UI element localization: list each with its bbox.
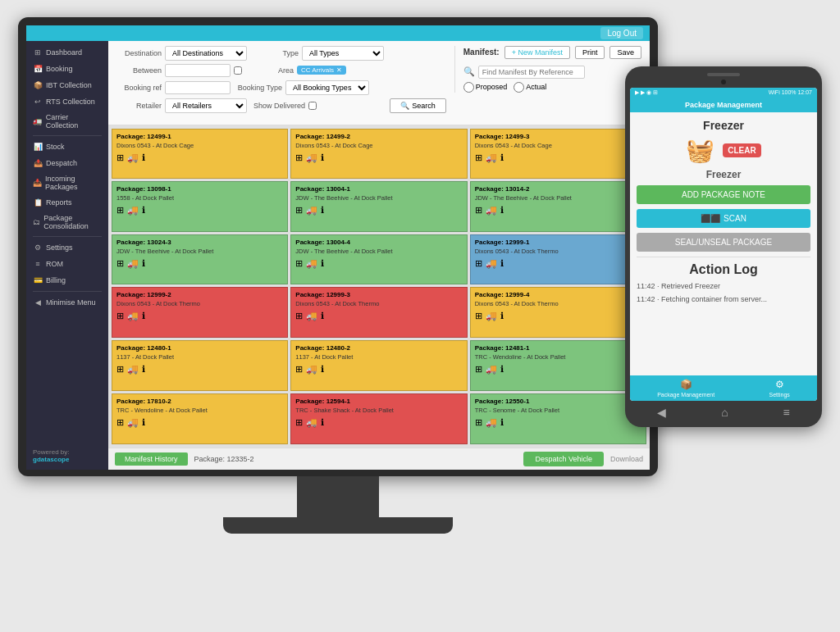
package-card-3[interactable]: Package: 12499-3 Dixons 0543 - At Dock C… [470, 129, 646, 180]
scan-button[interactable]: ⬛⬛ SCAN [637, 209, 810, 228]
clear-button[interactable]: CLEAR [723, 143, 760, 157]
package-card-10[interactable]: Package: 12999-2 Dixons 0543 - At Dock T… [112, 287, 288, 338]
sidebar-item-settings[interactable]: ⚙ Settings [26, 239, 108, 256]
back-button[interactable]: ◀ [657, 406, 666, 419]
download-button[interactable]: Download [610, 455, 643, 463]
package-icons: ⊞ 🚚 ℹ [475, 311, 641, 321]
ibt-icon: 📦 [33, 80, 43, 90]
seal-unseal-button[interactable]: SEAL/UNSEAL PACKAGE [637, 233, 810, 252]
area-tag-close[interactable]: ✕ [336, 66, 342, 74]
retailer-select[interactable]: All Retailers [165, 98, 247, 113]
filter-booking-type: Booking Type All Booking Types [237, 80, 369, 95]
phone-bottom-buttons: ◀ ⌂ ≡ [630, 401, 817, 421]
phone-nav-package-management[interactable]: 📦 Package Management [657, 379, 714, 398]
package-card-7[interactable]: Package: 13024-3 JDW - The Beehive - At … [112, 234, 288, 285]
package-card-16[interactable]: Package: 17810-2 TRC - Wendoline - At Do… [112, 393, 288, 444]
package-card-4[interactable]: Package: 13098-1 1558 - At Dock Pallet ⊞… [112, 181, 288, 232]
booking-type-select[interactable]: All Booking Types [285, 80, 369, 95]
package-card-1[interactable]: Package: 12499-1 Dixons 0543 - At Dock C… [112, 129, 288, 180]
info-icon: ℹ [142, 364, 145, 375]
between-from-input[interactable] [165, 64, 231, 77]
between-checkbox[interactable] [234, 66, 242, 75]
phone-screen: ▶ ▶ ◉ ⊞ WiFi 100% 12:07 Package Manageme… [630, 88, 817, 401]
filter-retailer: Retailer All Retailers [116, 98, 247, 113]
sidebar-item-rts-collection[interactable]: ↩ RTS Collection [26, 93, 108, 110]
topbar: Log Out [26, 25, 650, 41]
phone-camera [721, 80, 726, 84]
proposed-radio[interactable]: Proposed [463, 82, 508, 93]
package-name: Package: 12999-3 [295, 291, 462, 298]
package-name: Package: 12999-1 [475, 239, 641, 246]
destination-select[interactable]: All Destinations [165, 46, 247, 61]
sidebar-item-carrier-collection[interactable]: 🚛 Carrier Collection [26, 110, 108, 133]
package-card-12[interactable]: Package: 12999-4 Dixons 0543 - At Dock T… [470, 287, 646, 338]
actual-radio[interactable]: Actual [514, 82, 546, 93]
menu-button[interactable]: ≡ [783, 406, 789, 419]
despatch-vehicle-button[interactable]: Despatch Vehicle [523, 452, 604, 466]
proposed-radio-input[interactable] [463, 82, 474, 93]
show-delivered-checkbox[interactable] [308, 102, 317, 110]
package-card-6[interactable]: Package: 13014-2 JDW - The Beehive - At … [470, 181, 646, 232]
package-card-13[interactable]: Package: 12480-1 1137 - At Dock Pallet ⊞… [112, 340, 288, 391]
package-card-2[interactable]: Package: 12499-2 Dixons 0543 - At Dock C… [290, 129, 467, 180]
package-icons: ⊞ 🚚 ℹ [475, 258, 641, 269]
logout-button[interactable]: Log Out [600, 27, 643, 39]
truck-icon: 🚚 [127, 417, 139, 428]
sidebar-item-stock[interactable]: 📊 Stock [26, 139, 108, 155]
search-button[interactable]: 🔍 Search [390, 98, 446, 113]
sidebar-divider-3 [33, 291, 102, 292]
package-card-14[interactable]: Package: 12480-2 1137 - At Dock Pallet ⊞… [290, 340, 467, 391]
consolidation-icon: 🗂 [33, 217, 40, 227]
sidebar-item-billing[interactable]: 💳 Billing [26, 272, 108, 289]
home-button[interactable]: ⌂ [721, 406, 728, 419]
manifest-history-tab[interactable]: Manifest History [115, 452, 188, 466]
booking-ref-input[interactable] [165, 81, 231, 94]
phone-content: Freezer 🧺 CLEAR Freezer ADD PACKAGE NOTE… [630, 112, 817, 375]
grid-icon: ⊞ [475, 364, 482, 375]
content-area: Destination All Destinations Type [108, 41, 650, 470]
package-name: Package: 12999-2 [116, 291, 283, 298]
phone-nav-settings[interactable]: ⚙ Settings [769, 379, 790, 398]
filter-destination: Destination All Destinations [116, 46, 247, 61]
package-card-8[interactable]: Package: 13004-4 JDW - The Beehive - At … [290, 234, 467, 285]
filters-row-2: Between Area CC Arrivals [116, 64, 446, 77]
package-card-9[interactable]: Package: 12999-1 Dixons 0543 - At Dock T… [470, 234, 646, 285]
sidebar-item-dashboard[interactable]: ⊞ Dashboard [26, 44, 108, 61]
action-log-entry-1: 11:42 · Retrieved Freezer [637, 282, 810, 290]
package-card-18[interactable]: Package: 12550-1 TRC - Senome - At Dock … [470, 393, 646, 444]
package-card-15[interactable]: Package: 12481-1 TRC - Wendoline - At Do… [470, 340, 646, 391]
phone-nav-pkg-icon: 📦 [680, 379, 692, 390]
package-dest: TRC - Shake Shack - At Dock Pallet [295, 407, 462, 414]
phone-nav-settings-icon: ⚙ [775, 379, 784, 390]
package-name: Package: 12480-2 [295, 344, 462, 352]
actual-radio-input[interactable] [514, 82, 524, 93]
new-manifest-button[interactable]: + New Manifest [504, 46, 570, 59]
grid-icon: ⊞ [295, 364, 303, 375]
add-package-note-button[interactable]: ADD PACKAGE NOTE [637, 185, 810, 204]
manifest-search-input[interactable] [478, 66, 585, 79]
package-dest: Dixons 0543 - At Dock Thermo [475, 248, 641, 255]
sidebar-item-incoming[interactable]: 📥 Incoming Packages [26, 171, 108, 194]
sidebar-bottom: Powered by:gdatascope [26, 445, 108, 466]
basket-icon: 🧺 [686, 137, 714, 164]
manifest-radio-group: Proposed Actual [463, 82, 641, 93]
monitor-stand-base [223, 517, 453, 534]
package-name: Package: 13014-2 [475, 185, 641, 193]
packages-grid[interactable]: Package: 12499-1 Dixons 0543 - At Dock C… [108, 125, 650, 448]
package-card-11[interactable]: Package: 12999-3 Dixons 0543 - At Dock T… [290, 287, 467, 338]
package-card-17[interactable]: Package: 12594-1 TRC - Shake Shack - At … [290, 393, 467, 444]
sidebar-item-ibt-collection[interactable]: 📦 IBT Collection [26, 77, 108, 93]
package-icons: ⊞ 🚚 ℹ [116, 364, 283, 375]
truck-icon: 🚚 [306, 205, 317, 216]
package-card-5[interactable]: Package: 13004-1 JDW - The Beehive - At … [290, 181, 467, 232]
sidebar-item-minimise[interactable]: ◀ Minimise Menu [26, 294, 108, 311]
sidebar-item-despatch[interactable]: 📤 Despatch [26, 155, 108, 171]
print-button[interactable]: Print [575, 46, 605, 59]
sidebar-item-booking[interactable]: 📅 Booking [26, 61, 108, 77]
sidebar-item-reports[interactable]: 📋 Reports [26, 194, 108, 211]
sidebar-item-rom[interactable]: ≡ ROM [26, 256, 108, 272]
sidebar-item-consolidation[interactable]: 🗂 Package Consolidation [26, 211, 108, 234]
save-button[interactable]: Save [609, 46, 641, 59]
type-select[interactable]: All Types [302, 46, 384, 61]
package-dest: JDW - The Beehive - At Dock Pallet [116, 248, 283, 255]
